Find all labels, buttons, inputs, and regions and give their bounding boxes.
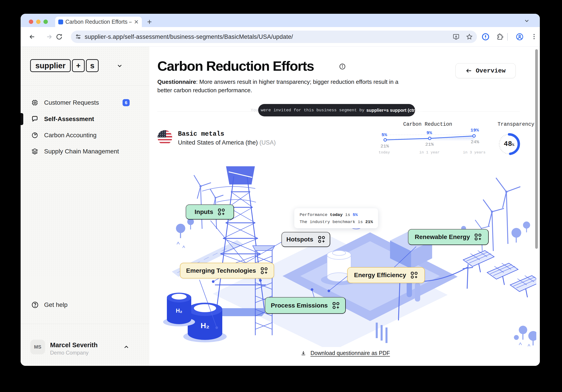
- site-settings-icon[interactable]: [75, 34, 82, 40]
- close-window-light[interactable]: [29, 20, 33, 24]
- url-bar[interactable]: supplier-s.app/self-assessment/business-…: [71, 31, 477, 43]
- logo-plus: +: [72, 59, 85, 72]
- tab-favicon-icon: [58, 20, 63, 24]
- chat-bubble-icon: [31, 116, 38, 123]
- logo-supplier: supplier: [30, 59, 71, 72]
- scrollbar-thumb[interactable]: [535, 49, 538, 249]
- arrow-left-icon: [466, 67, 472, 74]
- sidebar-item-label: Customer Requests: [44, 99, 99, 106]
- segment-country: United States of America (the) (USA): [178, 139, 276, 146]
- benchmark-today: 21%: [381, 144, 389, 149]
- add-category-icon: [260, 267, 268, 274]
- toolbar-divider: [507, 33, 508, 41]
- sidebar-divider: [21, 85, 149, 86]
- add-category-icon: [474, 233, 482, 241]
- chart-value-3y: 19%: [470, 128, 479, 133]
- logo-s: s: [86, 59, 99, 72]
- renewable-energy-button[interactable]: Renewable Energy: [408, 229, 489, 245]
- sidebar-item-self-assessment[interactable]: Self-Assessment: [21, 112, 149, 126]
- svg-text:H₂: H₂: [176, 308, 182, 314]
- url-text[interactable]: supplier-s.app/self-assessment/business-…: [85, 34, 293, 40]
- cpu-icon: [31, 99, 38, 106]
- banner-inviter: supplier+s support (ctrl+s): [366, 108, 422, 113]
- profile-avatar-icon[interactable]: [516, 33, 524, 41]
- install-app-icon[interactable]: [453, 33, 460, 40]
- tab-close-icon[interactable]: ✕: [134, 19, 139, 25]
- tooltip-line-1: Performance today is 5%: [300, 211, 373, 218]
- sidebar-item-supply-chain-management[interactable]: Supply Chain Management: [21, 145, 149, 158]
- download-icon: [300, 350, 306, 356]
- bookmark-star-icon[interactable]: [466, 33, 473, 40]
- minimize-window-light[interactable]: [36, 20, 41, 24]
- download-questionnaire[interactable]: Download questionnaire as PDF: [300, 350, 390, 356]
- back-icon[interactable]: [29, 33, 36, 40]
- user-company: Demo Company: [50, 350, 88, 356]
- forward-icon[interactable]: [46, 33, 53, 40]
- usa-flag-icon: [158, 130, 172, 145]
- add-category-icon: [318, 236, 325, 243]
- help-icon: [31, 301, 39, 309]
- factory-illustration: H₂ H₂: [160, 155, 536, 347]
- layers-icon: [31, 148, 38, 155]
- info-icon[interactable]: [339, 63, 346, 70]
- tab-search-chevron-icon[interactable]: [524, 18, 530, 24]
- chart-tick-today: today: [378, 150, 390, 154]
- sidebar-item-label: Self-Assessment: [44, 116, 94, 123]
- user-name: Marcel Severith: [50, 342, 97, 349]
- performance-tooltip: Performance today is 5% The industry ben…: [294, 208, 378, 228]
- chart-tick-1y: in 1 year: [419, 150, 440, 154]
- customer-requests-badge: 6: [123, 99, 130, 106]
- process-emissions-button[interactable]: Process Emissions: [265, 297, 346, 314]
- page-title: Carbon Reduction Efforts: [157, 58, 314, 74]
- sidebar-item-label: Supply Chain Management: [44, 148, 119, 155]
- sidebar-item-carbon-accounting[interactable]: Carbon Accounting: [21, 129, 149, 142]
- tab-title: Carbon Reduction Efforts — s: [65, 19, 132, 25]
- svg-text:H₂: H₂: [200, 321, 210, 330]
- profile-chevron-up-icon[interactable]: [123, 344, 130, 350]
- benchmark-1y: 21%: [425, 142, 434, 147]
- banner-text: You were invited for this business segme…: [251, 108, 364, 113]
- user-avatar[interactable]: MS: [30, 340, 45, 354]
- add-category-icon: [410, 271, 418, 279]
- invitation-banner: You were invited for this business segme…: [258, 104, 415, 116]
- transparency-title: Transparency: [484, 121, 534, 127]
- page-subtitle: Questionnaire: More answers result in hi…: [157, 78, 412, 95]
- extensions-icon[interactable]: [496, 33, 504, 41]
- sidebar-item-label: Carbon Accounting: [44, 132, 97, 139]
- new-tab-button[interactable]: +: [147, 17, 152, 27]
- tooltip-line-2: The industry benchmark is 21%: [300, 218, 373, 226]
- maximize-window-light[interactable]: [43, 20, 48, 24]
- sidebar: [21, 47, 149, 366]
- download-link[interactable]: Download questionnaire as PDF: [310, 350, 390, 356]
- reload-icon[interactable]: [56, 33, 63, 40]
- get-help-label: Get help: [44, 301, 68, 309]
- hotspots-button[interactable]: Hotspots: [281, 232, 330, 247]
- transparency-value: 48%: [497, 140, 521, 148]
- inputs-button[interactable]: Inputs: [186, 204, 234, 219]
- emerging-technologies-button[interactable]: Emerging Technologies: [180, 263, 274, 278]
- chart-value-today: 5%: [381, 132, 387, 137]
- benchmark-3y: 24%: [471, 140, 479, 144]
- browser-menu-icon[interactable]: [530, 33, 538, 40]
- add-category-icon: [218, 208, 225, 216]
- browser-tab[interactable]: Carbon Reduction Efforts — s ✕: [55, 17, 142, 27]
- chart-value-1y: 9%: [426, 130, 432, 135]
- pie-chart-icon: [31, 132, 38, 139]
- overview-button[interactable]: Overview: [456, 63, 516, 78]
- workspace-chevron-down-icon[interactable]: [116, 62, 123, 69]
- carbon-reduction-chart-title: Carbon Reduction: [397, 121, 459, 127]
- browser-window: Carbon Reduction Efforts — s ✕ + supplie…: [21, 14, 540, 366]
- sidebar-item-customer-requests[interactable]: Customer Requests: [21, 96, 149, 109]
- tab-strip: Carbon Reduction Efforts — s ✕ +: [21, 14, 540, 27]
- segment-name: Basic metals: [178, 130, 224, 138]
- get-help-button[interactable]: Get help: [31, 301, 68, 309]
- energy-efficiency-button[interactable]: Energy Efficiency: [347, 267, 425, 283]
- sidebar-divider-bottom: [21, 324, 149, 324]
- chart-tick-3y: in 3 years: [463, 150, 486, 154]
- password-manager-icon[interactable]: [481, 33, 490, 41]
- add-category-icon: [332, 302, 340, 309]
